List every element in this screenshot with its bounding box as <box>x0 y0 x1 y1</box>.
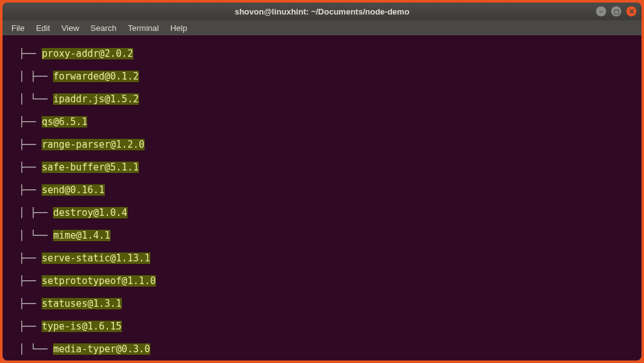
menu-file[interactable]: File <box>6 22 30 34</box>
terminal-window: shovon@linuxhint: ~/Documents/node-demo … <box>3 3 641 360</box>
titlebar[interactable]: shovon@linuxhint: ~/Documents/node-demo … <box>3 3 641 20</box>
tree-row: │ └── mime@1.4.1 <box>8 230 636 241</box>
maximize-button[interactable]: ◻ <box>611 6 621 16</box>
tree-row: ├── proxy-addr@2.0.2 <box>8 48 636 59</box>
tree-row: ├── send@0.16.1 <box>8 184 636 196</box>
package-name: statuses@1.3.1 <box>42 298 121 309</box>
window-title: shovon@linuxhint: ~/Documents/node-demo <box>235 7 410 16</box>
package-name: range-parser@1.2.0 <box>42 139 145 150</box>
tree-row: │ ├── forwarded@0.1.2 <box>8 71 636 82</box>
package-name: proxy-addr@2.0.2 <box>42 48 133 59</box>
package-name: send@0.16.1 <box>42 184 104 196</box>
tree-row: ├── statuses@1.3.1 <box>8 298 636 309</box>
package-name: qs@6.5.1 <box>42 116 87 128</box>
package-name: setprototypeof@1.1.0 <box>42 275 156 287</box>
tree-row: ├── setprototypeof@1.1.0 <box>8 275 636 287</box>
package-name: type-is@1.6.15 <box>42 321 121 332</box>
package-name: serve-static@1.13.1 <box>42 253 150 264</box>
package-name: media-typer@0.3.0 <box>53 343 150 355</box>
tree-row: ├── qs@6.5.1 <box>8 116 636 128</box>
menubar: File Edit View Search Terminal Help <box>3 20 641 35</box>
package-name: forwarded@0.1.2 <box>53 71 138 82</box>
close-button[interactable]: ✕ <box>626 6 636 16</box>
tree-row: │ └── ipaddr.js@1.5.2 <box>8 93 636 105</box>
terminal-body[interactable]: ├── proxy-addr@2.0.2 │ ├── forwarded@0.1… <box>3 35 641 360</box>
package-name: safe-buffer@5.1.1 <box>42 162 139 173</box>
tree-row: ├── type-is@1.6.15 <box>8 321 636 332</box>
menu-edit[interactable]: Edit <box>31 22 55 34</box>
package-name: destroy@1.0.4 <box>53 207 127 218</box>
menu-view[interactable]: View <box>56 22 84 34</box>
tree-row: ├── range-parser@1.2.0 <box>8 139 636 150</box>
package-name: ipaddr.js@1.5.2 <box>53 93 138 105</box>
menu-terminal[interactable]: Terminal <box>123 22 164 34</box>
tree-row: │ └── media-typer@0.3.0 <box>8 343 636 355</box>
package-name: mime@1.4.1 <box>53 230 110 241</box>
tree-row: │ ├── destroy@1.0.4 <box>8 207 636 218</box>
tree-row: ├── serve-static@1.13.1 <box>8 253 636 264</box>
window-controls: – ◻ ✕ <box>596 6 636 16</box>
menu-search[interactable]: Search <box>85 22 121 34</box>
menu-help[interactable]: Help <box>165 22 193 34</box>
minimize-button[interactable]: – <box>596 6 606 16</box>
tree-row: ├── safe-buffer@5.1.1 <box>8 162 636 173</box>
